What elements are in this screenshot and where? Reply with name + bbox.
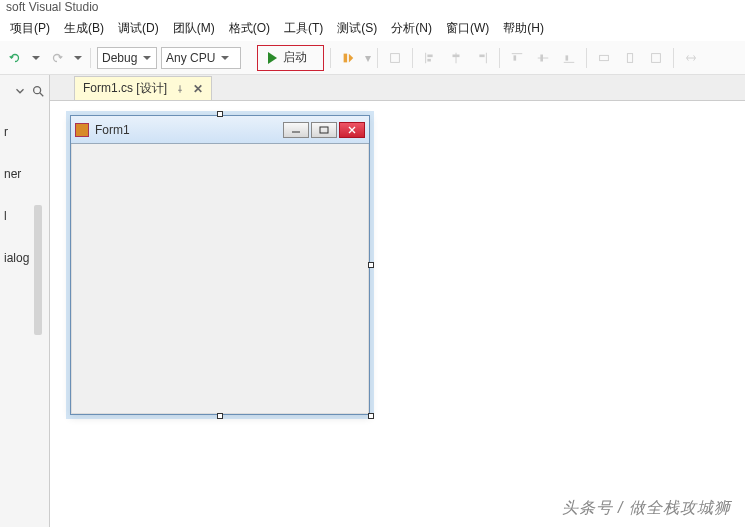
winforms-form[interactable]: Form1	[70, 115, 370, 415]
menu-bar: 项目(P) 生成(B) 调试(D) 团队(M) 格式(O) 工具(T) 测试(S…	[0, 16, 745, 41]
size-btn-2[interactable]	[619, 47, 641, 69]
toolbar-sep-7	[673, 48, 674, 68]
start-label: 启动	[283, 49, 307, 66]
align-btn-1[interactable]	[384, 47, 406, 69]
start-button[interactable]: 启动	[260, 47, 321, 69]
pin-icon[interactable]	[175, 84, 185, 94]
search-icon[interactable]	[31, 84, 45, 98]
align-bottom-button[interactable]	[558, 47, 580, 69]
watermark-text: 头条号 / 做全栈攻城狮	[562, 498, 731, 519]
svg-point-18	[34, 87, 41, 94]
svg-rect-17	[652, 53, 661, 62]
undo-button[interactable]	[4, 47, 26, 69]
resize-handle-n[interactable]	[217, 111, 223, 117]
app-title-text: soft Visual Studio	[6, 0, 99, 14]
menu-analyze[interactable]: 分析(N)	[391, 20, 432, 37]
resize-handle-se[interactable]	[368, 413, 374, 419]
app-titlebar: soft Visual Studio	[0, 0, 745, 16]
svg-rect-1	[391, 53, 400, 62]
svg-rect-12	[540, 54, 543, 61]
platform-combo[interactable]: Any CPU	[161, 47, 241, 69]
toolbar-sep-3	[377, 48, 378, 68]
svg-rect-21	[320, 127, 328, 133]
svg-rect-0	[344, 53, 348, 62]
svg-rect-8	[479, 54, 484, 57]
redo-button[interactable]	[46, 47, 68, 69]
config-combo[interactable]: Debug	[97, 47, 157, 69]
spacing-btn-1[interactable]	[680, 47, 702, 69]
minimize-button[interactable]	[283, 122, 309, 138]
size-btn-3[interactable]	[645, 47, 667, 69]
menu-team[interactable]: 团队(M)	[173, 20, 215, 37]
menu-project[interactable]: 项目(P)	[10, 20, 50, 37]
chevron-down-icon	[221, 56, 229, 60]
editor-content: Form1.cs [设计] ✕ Form1	[50, 75, 745, 527]
align-left-button[interactable]	[419, 47, 441, 69]
align-middle-button[interactable]	[532, 47, 554, 69]
form-titlebar: Form1	[71, 116, 369, 144]
tab-label: Form1.cs [设计]	[83, 80, 167, 97]
tab-strip: Form1.cs [设计] ✕	[50, 75, 745, 101]
menu-debug[interactable]: 调试(D)	[118, 20, 159, 37]
svg-rect-16	[627, 53, 632, 62]
align-top-button[interactable]	[506, 47, 528, 69]
resize-handle-s[interactable]	[217, 413, 223, 419]
side-panel: r ner l ialog	[0, 75, 50, 527]
toolbar-sep-6	[586, 48, 587, 68]
menu-window[interactable]: 窗口(W)	[446, 20, 489, 37]
toolbar-sep-2	[330, 48, 331, 68]
size-btn-1[interactable]	[593, 47, 615, 69]
form-icon	[75, 123, 89, 137]
side-item-2[interactable]: ner	[4, 167, 49, 181]
svg-rect-4	[427, 58, 431, 61]
menu-build[interactable]: 生成(B)	[64, 20, 104, 37]
svg-rect-10	[514, 55, 517, 60]
toolbar-sep-1	[90, 48, 91, 68]
menu-tools[interactable]: 工具(T)	[284, 20, 323, 37]
svg-rect-15	[600, 55, 609, 60]
scrollbar-thumb[interactable]	[34, 205, 42, 335]
resize-handle-e[interactable]	[368, 262, 374, 268]
toolbar: Debug Any CPU 启动 ▾	[0, 41, 745, 75]
align-right-button[interactable]	[471, 47, 493, 69]
menu-format[interactable]: 格式(O)	[229, 20, 270, 37]
close-button[interactable]	[339, 122, 365, 138]
side-item-1[interactable]: r	[4, 125, 49, 139]
play-icon	[268, 52, 277, 64]
chevron-down-icon	[143, 56, 151, 60]
undo-caret	[30, 47, 42, 69]
side-item-3[interactable]: l	[4, 209, 49, 223]
svg-rect-6	[453, 54, 460, 57]
maximize-button[interactable]	[311, 122, 337, 138]
redo-caret	[72, 47, 84, 69]
menu-help[interactable]: 帮助(H)	[503, 20, 544, 37]
svg-line-19	[40, 93, 44, 97]
menu-test[interactable]: 测试(S)	[337, 20, 377, 37]
form-client-area[interactable]	[71, 144, 369, 414]
start-highlight-box: 启动	[257, 45, 324, 71]
window-buttons	[283, 122, 365, 138]
svg-rect-14	[566, 55, 569, 60]
align-center-button[interactable]	[445, 47, 467, 69]
toolbar-sep-4	[412, 48, 413, 68]
side-item-4[interactable]: ialog	[4, 251, 49, 265]
design-surface[interactable]: Form1	[70, 115, 370, 415]
toolbar-sep-5	[499, 48, 500, 68]
svg-rect-3	[427, 54, 432, 57]
tab-close-button[interactable]: ✕	[193, 82, 203, 96]
main-area: r ner l ialog Form1.cs [设计] ✕ Form1	[0, 75, 745, 527]
config-label: Debug	[102, 51, 137, 65]
platform-label: Any CPU	[166, 51, 215, 65]
panel-header	[0, 79, 49, 107]
step-button[interactable]	[337, 47, 359, 69]
tab-form1-design[interactable]: Form1.cs [设计] ✕	[74, 76, 212, 100]
form-title: Form1	[95, 123, 277, 137]
chevron-down-icon[interactable]	[13, 84, 27, 98]
